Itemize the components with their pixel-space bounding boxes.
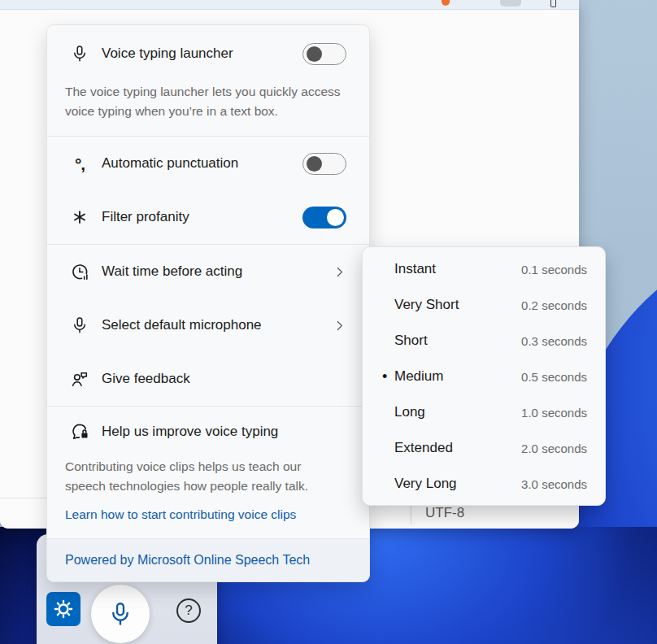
- encoding-label: UTF-8: [425, 505, 464, 521]
- give-feedback-label: Give feedback: [102, 371, 346, 387]
- option-value: 1.0 seconds: [521, 406, 605, 420]
- chevron-right-icon: [333, 265, 346, 279]
- gear-icon: [53, 598, 74, 620]
- flyout-footer: Powered by Microsoft Online Speech Tech: [47, 539, 369, 581]
- option-value: 3.0 seconds: [521, 477, 605, 491]
- profanity-label: Filter profanity: [102, 209, 302, 225]
- punctuation-icon: °,: [67, 153, 92, 174]
- question-mark-glyph: ?: [185, 603, 192, 619]
- option-value: 2.0 seconds: [521, 442, 605, 455]
- screen: UTF-8: [0, 0, 657, 644]
- wait-time-option-very-long[interactable]: Very Long 3.0 seconds: [363, 466, 605, 502]
- pill-icon: [500, 0, 521, 7]
- profanity-toggle[interactable]: [302, 207, 346, 228]
- background-window-titlebar: [0, 0, 579, 10]
- option-value: 0.2 seconds: [521, 298, 605, 312]
- select-microphone-row[interactable]: Select default microphone: [47, 298, 369, 352]
- toggle-knob: [327, 209, 344, 226]
- option-label: Very Short: [394, 297, 521, 313]
- wait-time-option-extended[interactable]: Extended 2.0 seconds: [363, 430, 605, 466]
- launcher-toggle[interactable]: [302, 43, 346, 65]
- voice-typing-settings-flyout: Voice typing launcher The voice typing l…: [46, 24, 370, 582]
- help-improve-label: Help us improve voice typing: [102, 424, 346, 440]
- microphone-icon: [67, 315, 92, 336]
- give-feedback-row[interactable]: Give feedback: [47, 352, 369, 406]
- chat-lock-icon: [67, 421, 92, 442]
- automatic-punctuation-row[interactable]: °, Automatic punctuation: [47, 137, 369, 190]
- punctuation-label: Automatic punctuation: [102, 155, 302, 172]
- settings-button[interactable]: [46, 592, 80, 626]
- wait-time-label: Wait time before acting: [102, 263, 333, 280]
- punctuation-toggle[interactable]: [302, 153, 346, 175]
- wait-time-row[interactable]: Wait time before acting: [47, 245, 369, 298]
- option-value: 0.5 seconds: [521, 370, 605, 384]
- option-label: Instant: [394, 261, 521, 277]
- status-bar-divider: [411, 503, 411, 524]
- option-label: Extended: [394, 440, 521, 456]
- help-improve-description: Contributing voice clips helps us teach …: [47, 457, 369, 504]
- chevron-right-icon: [333, 319, 346, 333]
- option-label: Short: [394, 333, 521, 349]
- wait-time-option-short[interactable]: Short 0.3 seconds: [363, 323, 605, 359]
- option-label: Long: [394, 404, 521, 420]
- toggle-knob: [307, 156, 322, 172]
- option-value: 0.3 seconds: [521, 334, 605, 348]
- asterisk-icon: [67, 207, 92, 228]
- select-microphone-label: Select default microphone: [102, 317, 333, 333]
- clock-wait-icon: [67, 261, 92, 282]
- launcher-label: Voice typing launcher: [102, 46, 302, 62]
- selected-marker: •: [363, 368, 394, 385]
- orange-app-icon: [442, 0, 450, 6]
- feedback-person-icon: [67, 368, 92, 389]
- wait-time-option-medium[interactable]: • Medium 0.5 seconds: [363, 359, 605, 394]
- microphone-icon: [67, 43, 92, 64]
- powered-by-link[interactable]: Powered by Microsoft Online Speech Tech: [47, 553, 310, 568]
- option-label: Medium: [394, 368, 521, 385]
- launcher-description: The voice typing launcher lets you quick…: [47, 82, 369, 136]
- toggle-knob: [307, 46, 322, 62]
- small-toolbar-icon: [550, 0, 556, 7]
- option-label: Very Long: [394, 476, 521, 492]
- wait-time-option-long[interactable]: Long 1.0 seconds: [363, 394, 605, 430]
- option-value: 0.1 seconds: [521, 263, 605, 276]
- voice-typing-launcher-row[interactable]: Voice typing launcher: [47, 25, 369, 82]
- help-improve-row[interactable]: Help us improve voice typing: [47, 407, 369, 457]
- wait-time-submenu: Instant 0.1 seconds Very Short 0.2 secon…: [362, 246, 606, 506]
- help-button[interactable]: ?: [176, 598, 201, 623]
- microphone-button[interactable]: [91, 585, 150, 643]
- wait-time-option-instant[interactable]: Instant 0.1 seconds: [363, 251, 605, 287]
- microphone-icon: [107, 600, 134, 628]
- filter-profanity-row[interactable]: Filter profanity: [47, 190, 369, 244]
- wait-time-option-very-short[interactable]: Very Short 0.2 seconds: [363, 287, 605, 323]
- contribute-voice-clips-link[interactable]: Learn how to start contributing voice cl…: [47, 504, 369, 538]
